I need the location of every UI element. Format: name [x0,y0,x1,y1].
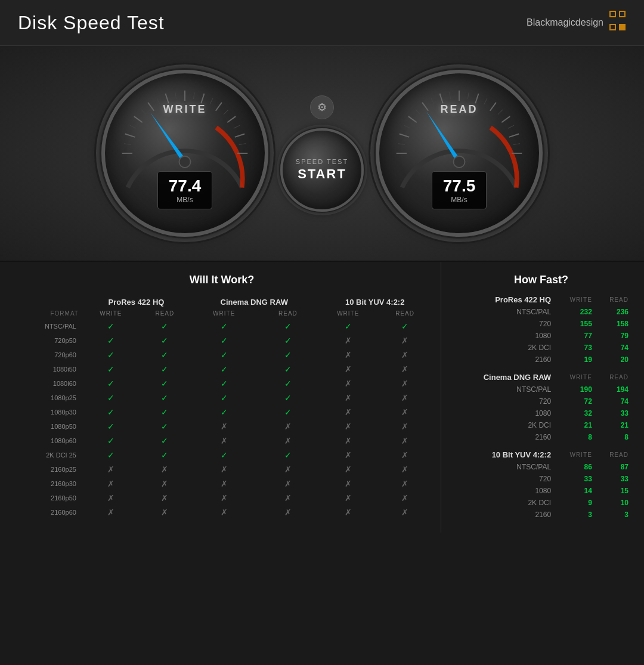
gauges-section: WRITE 77.4 MB/s ⚙ SPEED TEST START [0,46,644,262]
hf-write-value: 86 [555,461,596,473]
check-icon: ✓ [284,350,292,360]
svg-line-39 [450,92,451,99]
wiw-cell: ✗ [190,505,258,519]
hf-row-label: NTSC/PAL [450,383,555,395]
write-gauge-wrapper: WRITE 77.4 MB/s [101,70,268,237]
settings-button[interactable]: ⚙ [310,95,334,119]
prores-write-header: WRITE [82,308,140,319]
wiw-cell: ✗ [140,491,190,505]
wiw-cell: ✗ [378,348,432,362]
wiw-cell: ✗ [190,462,258,477]
cross-icon: ✗ [345,479,352,488]
check-icon: ✓ [107,350,114,360]
start-button[interactable]: SPEED TEST START [280,128,364,212]
cdng-write-header: WRITE [190,308,258,319]
hf-write-value: 155 [555,318,596,330]
check-icon: ✓ [221,450,228,460]
wiw-format-label: 2160p50 [12,491,82,505]
hf-group-header-row: Cinema DNG RAWWRITEREAD [450,366,632,383]
wiw-cell: ✓ [258,362,318,376]
svg-line-4 [165,94,168,103]
wiw-cell: ✓ [140,319,190,333]
wiw-cell: ✗ [318,362,378,376]
check-icon: ✓ [107,450,114,460]
wiw-cell: ✓ [82,434,140,448]
wiw-row: 1080p25✓✓✓✓✗✗ [12,391,432,405]
how-fast-table: ProRes 422 HQWRITEREADNTSC/PAL2322367201… [450,295,632,521]
check-icon: ✓ [221,364,228,374]
wiw-cell: ✓ [82,348,140,362]
wiw-cell: ✗ [318,448,378,462]
hf-row-label: NTSC/PAL [450,306,555,318]
check-icon: ✓ [161,350,168,360]
hf-row-label: 1080 [450,485,555,497]
svg-line-9 [235,134,244,137]
svg-line-20 [239,144,246,145]
hf-write-col-label: WRITE [555,295,596,306]
svg-point-47 [453,156,465,168]
hf-write-value: 72 [555,395,596,407]
svg-line-44 [513,144,520,145]
hf-data-row: 216088 [450,431,632,443]
hf-row-label: 2K DCI [450,497,555,509]
check-icon: ✓ [221,379,228,388]
wiw-cell: ✓ [140,333,190,348]
svg-line-15 [175,92,177,99]
wiw-cell: ✓ [258,376,318,391]
will-it-work-title: Will It Work? [12,274,432,286]
cross-icon: ✗ [161,493,168,503]
svg-line-33 [509,134,519,137]
hf-read-col-label: READ [596,295,632,306]
wiw-cell: ✗ [378,434,432,448]
hf-data-row: NTSC/PAL232236 [450,306,632,318]
wiw-cell: ✗ [378,419,432,434]
app-header: Disk Speed Test Blackmagicdesign [0,0,644,46]
wiw-cell: ✗ [258,434,318,448]
hf-data-row: 2K DCI910 [450,497,632,509]
read-gauge-value: 77.5 [443,177,476,196]
hf-group-name: ProRes 422 HQ [450,295,555,306]
hf-read-value: 33 [596,473,632,485]
cross-icon: ✗ [401,450,408,460]
wiw-cell: ✗ [318,477,378,491]
wiw-cell: ✓ [82,391,140,405]
check-icon: ✓ [161,379,168,388]
cross-icon: ✗ [401,465,408,474]
wiw-cell: ✗ [258,419,318,434]
check-icon: ✓ [284,321,292,331]
read-gauge-unit: MB/s [443,196,476,204]
svg-line-30 [475,94,478,103]
wiw-format-label: 720p50 [12,333,82,348]
wiw-cell: ✗ [82,477,140,491]
wiw-cell: ✓ [140,405,190,419]
hf-write-col-label: WRITE [555,443,596,461]
svg-line-12 [130,125,136,128]
wiw-cell: ✗ [378,362,432,376]
hf-read-value: 21 [596,419,632,431]
check-icon: ✓ [161,407,168,417]
wiw-cell: ✗ [190,491,258,505]
cross-icon: ✗ [345,450,352,460]
cross-icon: ✗ [284,436,292,446]
hf-read-value: 87 [596,461,632,473]
hf-row-label: 2K DCI [450,342,555,354]
how-fast-title: How Fast? [450,274,632,286]
logo-sq-3 [609,24,616,30]
wiw-cell: ✗ [318,434,378,448]
svg-line-2 [134,116,143,122]
wiw-row: 2160p60✗✗✗✗✗✗ [12,505,432,519]
wiw-row: 2160p25✗✗✗✗✗✗ [12,462,432,477]
cross-icon: ✗ [401,493,408,503]
hf-write-value: 19 [555,354,596,366]
wiw-cell: ✓ [82,319,140,333]
check-icon: ✓ [284,450,292,460]
wiw-cell: ✓ [190,448,258,462]
check-icon: ✓ [107,364,114,374]
wiw-cell: ✓ [82,448,140,462]
wiw-cell: ✗ [82,462,140,477]
hf-read-value: 236 [596,306,632,318]
cross-icon: ✗ [107,493,114,503]
hf-write-value: 32 [555,407,596,419]
cross-icon: ✗ [401,393,408,403]
wiw-cell: ✗ [378,376,432,391]
